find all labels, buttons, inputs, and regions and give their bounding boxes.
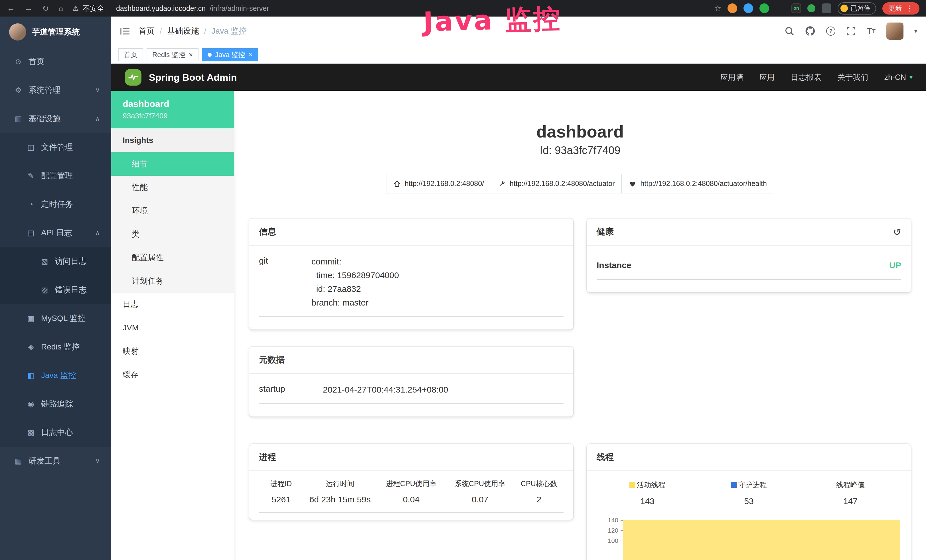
extensions-puzzle-icon[interactable] bbox=[822, 3, 831, 13]
sba-nav-journal[interactable]: 日志报表 bbox=[791, 72, 822, 82]
url-domain: dashboard.yudao.iocoder.cn bbox=[116, 4, 206, 12]
metadata-value: 2021-04-27T00:44:31.254+08:00 bbox=[323, 383, 448, 397]
sidebar-item-java-monitor[interactable]: ◧ Java 监控 bbox=[0, 361, 111, 390]
legend-item: 线程峰值 bbox=[800, 480, 901, 490]
sba-menu-classes[interactable]: 类 bbox=[111, 222, 234, 246]
sba-menu-performance[interactable]: 性能 bbox=[111, 176, 234, 199]
font-size-icon[interactable]: TT bbox=[867, 26, 876, 36]
sba-menu-mappings[interactable]: 映射 bbox=[111, 339, 234, 363]
close-icon[interactable]: × bbox=[248, 51, 253, 58]
tab-java-monitor[interactable]: Java 监控 × bbox=[202, 48, 258, 61]
sidebar-item-api-logs[interactable]: ▤ API 日志 ∧ bbox=[0, 218, 111, 247]
browser-toolbar-right: ☆ on 已暂停 更新 ⋮ bbox=[714, 2, 920, 15]
info-value: commit: time: 1596289704000 id: 27aa832 … bbox=[312, 255, 399, 310]
tab-redis-monitor[interactable]: Redis 监控 × bbox=[147, 48, 198, 61]
breadcrumb-separator: / bbox=[204, 27, 206, 36]
bookmark-star-icon[interactable]: ☆ bbox=[714, 4, 721, 13]
threads-card: 线程 活动线程 bbox=[587, 444, 911, 560]
reload-icon[interactable]: ↻ bbox=[42, 4, 49, 13]
avatar-caret-icon[interactable]: ▾ bbox=[914, 28, 917, 35]
sidebar-item-system-mgmt[interactable]: ⚙ 系统管理 ∨ bbox=[0, 76, 111, 104]
breadcrumb-item[interactable]: 基础设施 bbox=[167, 26, 199, 36]
sba-menu-logs[interactable]: 日志 bbox=[111, 293, 234, 316]
cell-value: 0.04 bbox=[377, 495, 445, 504]
back-icon[interactable]: ← bbox=[7, 4, 15, 13]
sidebar-item-label: 访问日志 bbox=[55, 256, 87, 267]
page-title: dashboard bbox=[234, 120, 926, 143]
process-table-header: 进程ID 运行时间 进程CPU使用率 系统CPU使用率 CPU核心数 bbox=[259, 474, 563, 488]
sidebar-item-infrastructure[interactable]: ▥ 基础设施 ∧ bbox=[0, 104, 111, 133]
sba-menu-config-props[interactable]: 配置属性 bbox=[111, 246, 234, 269]
breadcrumb-item[interactable]: 首页 bbox=[139, 26, 154, 36]
sidebar-item-file-mgmt[interactable]: ◫ 文件管理 bbox=[0, 133, 111, 162]
extension-icon[interactable] bbox=[760, 3, 769, 13]
sba-brand[interactable]: Spring Boot Admin bbox=[125, 69, 237, 86]
help-icon[interactable]: ? bbox=[826, 27, 835, 36]
table-row: Instance UP bbox=[597, 260, 901, 280]
sba-brand-title: Spring Boot Admin bbox=[149, 72, 237, 83]
metadata-card: 元数据 startup 2021-04-27T00:44:31.254+08:0… bbox=[249, 347, 573, 416]
sidebar-item-label: 配置管理 bbox=[41, 170, 73, 181]
sidebar-item-error-logs[interactable]: ▨ 错误日志 bbox=[0, 275, 111, 304]
sba-menu-scheduled-tasks[interactable]: 计划任务 bbox=[111, 269, 234, 293]
tab-home[interactable]: 首页 bbox=[118, 48, 143, 61]
header-actions: ? TT ▾ bbox=[785, 23, 917, 40]
extension-icon[interactable] bbox=[775, 3, 785, 13]
user-avatar[interactable] bbox=[887, 23, 903, 40]
security-warning-icon: ⚠ bbox=[73, 4, 79, 12]
fullscreen-icon[interactable] bbox=[846, 26, 856, 36]
legend-swatch-blue bbox=[731, 482, 737, 488]
sba-menu-details[interactable]: 细节 bbox=[111, 152, 234, 176]
sidebar-item-cron-jobs[interactable]: ◔ 定时任务 bbox=[0, 190, 111, 218]
service-url-link[interactable]: http://192.168.0.2:48080/ bbox=[386, 174, 492, 194]
document-icon: ▤ bbox=[26, 229, 35, 238]
search-icon[interactable] bbox=[785, 26, 794, 36]
paused-badge[interactable]: 已暂停 bbox=[838, 2, 876, 15]
process-table-values: 5261 6d 23h 15m 59s 0.04 0.07 2 bbox=[259, 495, 563, 513]
extension-icon[interactable] bbox=[728, 3, 737, 13]
sba-instance-block[interactable]: dashboard 93a3fc7f7409 bbox=[111, 91, 234, 129]
font-size-big: T bbox=[867, 26, 872, 36]
sidebar-item-log-center[interactable]: ▩ 日志中心 bbox=[0, 418, 111, 447]
sba-menu-environment[interactable]: 环境 bbox=[111, 199, 234, 222]
edit-icon: ✎ bbox=[26, 171, 35, 180]
eye-icon: ◉ bbox=[26, 400, 35, 409]
sba-nav-applications[interactable]: 应用 bbox=[759, 72, 775, 82]
close-icon[interactable]: × bbox=[189, 51, 193, 58]
extension-icon[interactable]: on bbox=[791, 3, 801, 13]
browser-home-icon[interactable]: ⌂ bbox=[59, 4, 63, 13]
screen: Java 监控 ← → ↻ ⌂ ⚠ 不安全 dashboard.yudao.io… bbox=[0, 0, 926, 560]
health-url-link[interactable]: http://192.168.0.2:48080/actuator/health bbox=[622, 174, 774, 194]
update-button[interactable]: 更新 ⋮ bbox=[882, 2, 920, 15]
tab-label: Java 监控 bbox=[215, 50, 245, 59]
home-icon bbox=[393, 180, 401, 188]
sidebar-item-home[interactable]: ⊙ 首页 bbox=[0, 47, 111, 76]
github-icon[interactable] bbox=[805, 26, 816, 36]
sidebar-item-trace[interactable]: ◉ 链路追踪 bbox=[0, 390, 111, 418]
sidebar-item-redis-monitor[interactable]: ◈ Redis 监控 bbox=[0, 333, 111, 361]
sidebar-item-access-logs[interactable]: ▧ 访问日志 bbox=[0, 247, 111, 275]
sidebar-item-mysql-monitor[interactable]: ▣ MySQL 监控 bbox=[0, 304, 111, 333]
collapse-menu-icon[interactable] bbox=[120, 27, 130, 36]
actuator-url-link[interactable]: http://192.168.0.2:48080/actuator bbox=[491, 174, 622, 194]
process-card: 进程 进程ID 运行时间 进程CPU使用率 系统CPU使用率 CPU核心数 bbox=[249, 444, 573, 520]
sba-menu-jvm[interactable]: JVM bbox=[111, 316, 234, 339]
sidebar-item-config-mgmt[interactable]: ✎ 配置管理 bbox=[0, 162, 111, 190]
metadata-key: startup bbox=[259, 383, 323, 397]
extension-icon[interactable] bbox=[743, 3, 753, 13]
column-header: 进程CPU使用率 bbox=[377, 479, 445, 488]
sba-nav-wall[interactable]: 应用墙 bbox=[720, 72, 743, 82]
extension-icon[interactable] bbox=[807, 4, 816, 12]
health-instance-label[interactable]: Instance bbox=[597, 260, 631, 270]
forward-icon[interactable]: → bbox=[24, 4, 33, 13]
sba-language-select[interactable]: zh-CN ▾ bbox=[884, 73, 912, 82]
sidebar-item-dev-tools[interactable]: ▦ 研发工具 ∨ bbox=[0, 447, 111, 475]
sba-nav-about[interactable]: 关于我们 bbox=[837, 72, 868, 82]
status-badge: UP bbox=[889, 260, 901, 270]
sba-menu-caches[interactable]: 缓存 bbox=[111, 363, 234, 386]
address-bar[interactable]: ⚠ 不安全 dashboard.yudao.iocoder.cn/infra/a… bbox=[73, 4, 708, 13]
history-icon[interactable]: ↺ bbox=[893, 227, 902, 237]
clock-icon: ◔ bbox=[26, 200, 35, 209]
font-size-small: T bbox=[872, 28, 876, 35]
browser-menu-icon[interactable]: ⋮ bbox=[906, 4, 913, 13]
